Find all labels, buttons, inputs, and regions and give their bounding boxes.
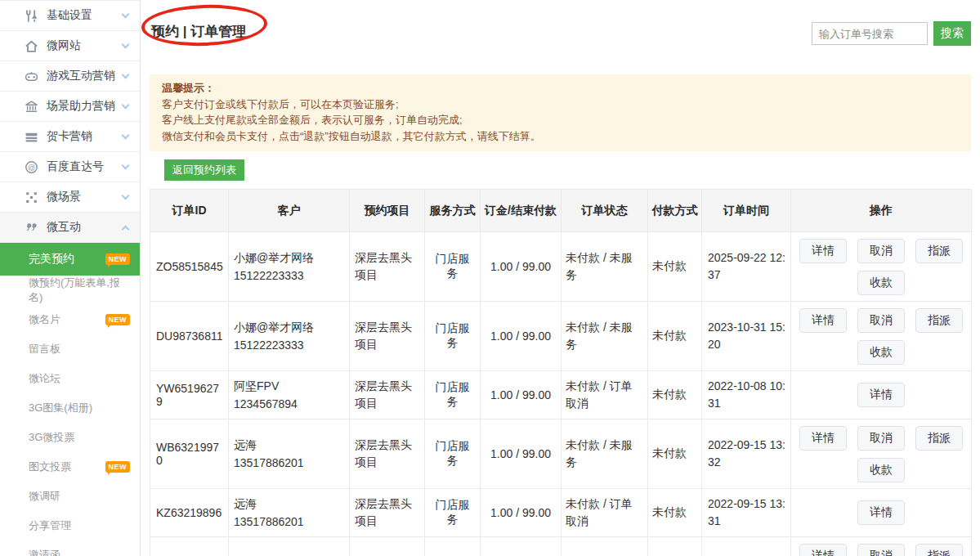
sidebar-item-basic-settings[interactable]: 基础设置 [0, 1, 140, 31]
collect-payment-button[interactable]: 收款 [857, 340, 905, 365]
submenu-item-micro-booking[interactable]: 微预约(万能表单,报名) [0, 276, 140, 305]
order-id-cell: WB63219970 [150, 419, 229, 489]
order-time-cell: 2022-09-15 13:31 [702, 489, 791, 537]
sidebar-item-micro-interaction[interactable]: 微互动 [0, 213, 140, 243]
assign-button[interactable]: 指派 [915, 239, 963, 263]
order-search-input[interactable] [812, 22, 928, 45]
actions-cell: 详情 [791, 489, 972, 537]
col-header-pay-method: 付款方式 [648, 190, 702, 232]
project-cell: 深层去黑头项目 [350, 371, 425, 419]
sidebar-item-baidu-zhida[interactable]: @ 百度直达号 [0, 152, 140, 182]
submenu-item-3g-gallery[interactable]: 3G图集(相册) [0, 393, 140, 423]
detail-button[interactable]: 详情 [799, 426, 847, 451]
deposit-cell: 1.00 / 99.00 [481, 489, 562, 537]
customer-cell: 小娜@举才网络 15122223333 [229, 232, 350, 302]
submenu-item-label: 图文投票 [29, 460, 71, 474]
order-id-cell: IC53224889 [150, 537, 229, 556]
sidebar-item-label: 微互动 [47, 220, 123, 235]
sidebar-item-label: 百度直达号 [47, 159, 123, 174]
detail-button[interactable]: 详情 [799, 544, 847, 556]
submenu-item-message-board[interactable]: 留言板 [0, 334, 140, 364]
customer-name: 小娜@举才网络 [234, 318, 344, 336]
detail-button[interactable]: 详情 [799, 308, 847, 333]
customer-phone: 13517886201 [234, 454, 344, 472]
actions-cell: 详情 取消 指派 收款 [791, 419, 972, 489]
new-badge: NEW [105, 461, 131, 473]
pay-method-cell: 未付款 [648, 489, 702, 537]
cancel-button[interactable]: 取消 [857, 544, 905, 556]
micro-interaction-submenu: 完美预约 NEW 微预约(万能表单,报名) 微名片 NEW 留言板 微论坛 3G… [0, 243, 140, 556]
card-icon [25, 130, 38, 144]
sidebar-item-micro-website[interactable]: 微网站 [0, 31, 140, 61]
detail-button[interactable]: 详情 [857, 383, 905, 407]
sidebar-item-scene-marketing[interactable]: 场景助力营销 [0, 92, 140, 122]
chevron-down-icon [122, 41, 130, 49]
table-row: YW65196279 阿坚FPV 1234567894 深层去黑头项目 门店服务… [150, 371, 972, 419]
assign-button[interactable]: 指派 [915, 544, 963, 556]
submenu-item-label: 分享管理 [29, 518, 71, 533]
service-mode-cell: 门店服务 [425, 371, 481, 419]
submenu-item-image-text-vote[interactable]: 图文投票 NEW [0, 452, 140, 482]
project-cell: 深层去黑头项目 [350, 537, 425, 556]
submenu-item-label: 留言板 [29, 342, 60, 356]
submenu-item-micro-survey[interactable]: 微调研 [0, 482, 140, 511]
submenu-item-3g-vote[interactable]: 3G微投票 [0, 423, 140, 452]
customer-name: 远海 [234, 495, 344, 513]
notice-line: 客户支付订金或线下付款后，可以在本页验证服务; [162, 96, 959, 113]
deposit-cell: 1.00 / 99.00 [481, 537, 562, 556]
sidebar-item-label: 贺卡营销 [47, 129, 123, 144]
pay-method-cell: 未付款 [648, 232, 702, 302]
sidebar-item-micro-scene[interactable]: 微场景 [0, 182, 140, 213]
pay-method-cell: 未付款 [648, 302, 702, 371]
order-status-cell: 未付款 / 未服务 [562, 419, 648, 489]
sidebar-item-greeting-card[interactable]: 贺卡营销 [0, 122, 140, 152]
submenu-item-label: 微论坛 [29, 371, 60, 386]
notice-title: 温馨提示： [162, 80, 959, 96]
bank-icon [25, 100, 38, 114]
table-row: IC53224889 天之蓝 1234567890123 深层去黑头项目 门店服… [150, 537, 972, 556]
cancel-button[interactable]: 取消 [857, 426, 905, 451]
order-id-cell: ZO58515845 [150, 232, 229, 302]
notice-line: 客户线上支付尾款或全部金额后，表示认可服务，订单自动完成; [162, 112, 959, 128]
order-time-cell: 2022-05-22 21:08 [702, 537, 791, 556]
new-badge: NEW [105, 253, 131, 265]
order-status-cell: 未付款 / 未服务 [562, 302, 648, 371]
submenu-item-perfect-booking[interactable]: 完美预约 NEW [0, 243, 140, 276]
detail-button[interactable]: 详情 [857, 500, 905, 525]
sidebar-item-label: 游戏互动营销 [47, 69, 123, 83]
order-status-cell: 未付款 / 未服务 [562, 232, 648, 302]
customer-phone: 1234567894 [234, 395, 344, 413]
chevron-down-icon [122, 101, 130, 110]
cancel-button[interactable]: 取消 [857, 308, 905, 333]
customer-cell: 小娜@举才网络 15122223333 [229, 302, 350, 371]
collect-payment-button[interactable]: 收款 [857, 271, 905, 295]
actions-cell: 详情 取消 指派 收款 [791, 232, 972, 302]
submenu-item-label: 完美预约 [29, 252, 74, 267]
detail-button[interactable]: 详情 [799, 239, 847, 263]
order-status-cell: 未付款 / 未服务 [562, 537, 648, 556]
project-cell: 深层去黑头项目 [350, 232, 425, 302]
col-header-actions: 操作 [791, 190, 972, 232]
submenu-item-share-management[interactable]: 分享管理 [0, 511, 140, 540]
search-button[interactable]: 搜索 [933, 21, 971, 46]
cancel-button[interactable]: 取消 [857, 239, 905, 263]
col-header-customer: 客户 [229, 190, 350, 232]
order-id-cell: KZ63219896 [150, 489, 229, 537]
submenu-item-label: 邀请函 [29, 548, 60, 556]
submenu-item-invitation[interactable]: 邀请函 [0, 540, 140, 556]
chevron-up-icon [122, 225, 130, 233]
submenu-item-micro-card[interactable]: 微名片 NEW [0, 305, 140, 334]
customer-name: 阿坚FPV [234, 377, 344, 395]
sidebar-item-label: 场景助力营销 [47, 99, 123, 114]
new-badge: NEW [105, 314, 131, 325]
assign-button[interactable]: 指派 [915, 426, 963, 451]
submenu-item-micro-forum[interactable]: 微论坛 [0, 364, 140, 393]
sidebar-item-game-marketing[interactable]: 游戏互动营销 [0, 61, 140, 92]
actions-cell: 详情 取消 指派 收款 [791, 537, 972, 556]
service-mode-cell: 门店服务 [425, 419, 481, 489]
deposit-cell: 1.00 / 99.00 [481, 419, 562, 489]
assign-button[interactable]: 指派 [915, 308, 963, 333]
collect-payment-button[interactable]: 收款 [857, 458, 905, 482]
back-to-booking-list-button[interactable]: 返回预约列表 [164, 159, 244, 181]
project-cell: 深层去黑头项目 [350, 302, 425, 371]
